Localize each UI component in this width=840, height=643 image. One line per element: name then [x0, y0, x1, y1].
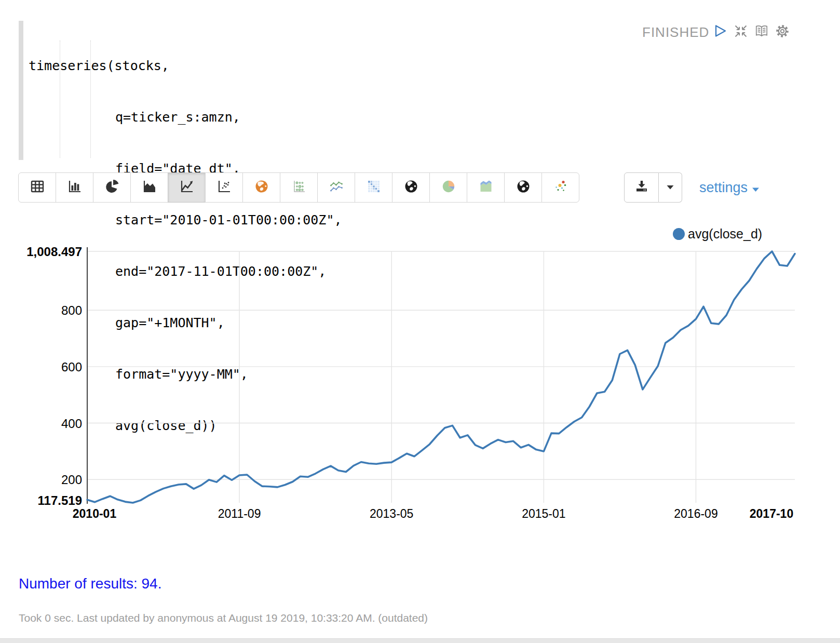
svg-text:2017-10: 2017-10 [750, 507, 793, 520]
svg-text:400: 400 [61, 417, 82, 431]
svg-text:2015-01: 2015-01 [522, 507, 565, 520]
timeseries-line-chart: 2004006008001,008.497117.5192010-012011-… [0, 0, 840, 643]
notebook-paragraph: timeseries(stocks, q=ticker_s:amzn, fiel… [0, 0, 840, 643]
svg-text:2011-09: 2011-09 [218, 507, 261, 520]
page-bottom-divider [0, 638, 840, 643]
svg-text:2010-01: 2010-01 [73, 507, 117, 520]
svg-text:1,008.497: 1,008.497 [26, 245, 82, 259]
svg-text:117.519: 117.519 [38, 493, 82, 507]
svg-text:600: 600 [61, 360, 82, 374]
svg-text:2013-05: 2013-05 [370, 507, 413, 520]
paragraph-footer: Took 0 sec. Last updated by anonymous at… [19, 612, 428, 624]
svg-text:200: 200 [61, 473, 82, 487]
svg-text:2016-09: 2016-09 [674, 507, 717, 520]
results-count: Number of results: 94. [19, 575, 161, 592]
svg-text:800: 800 [61, 303, 82, 317]
